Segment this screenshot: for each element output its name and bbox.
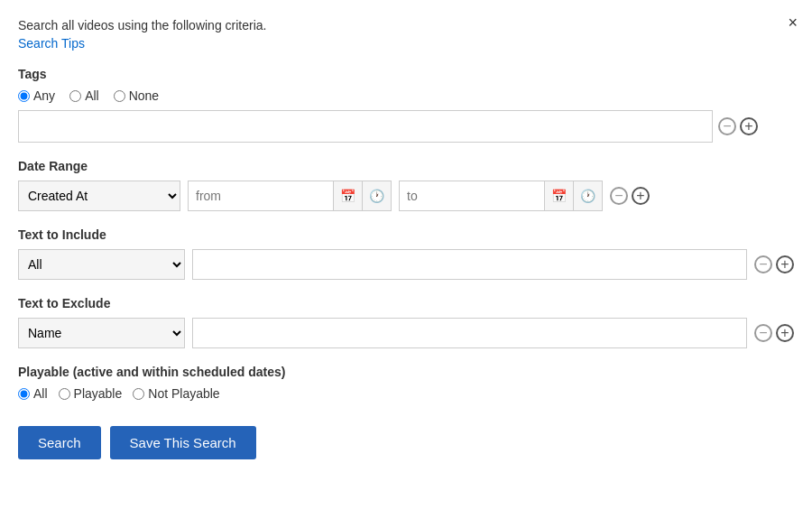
date-from-group: 📅 🕐	[188, 181, 392, 211]
text-exclude-select[interactable]: Name All Description Tags	[18, 318, 185, 348]
text-include-label: Text to Include	[18, 227, 794, 242]
playable-label: Playable (active and within scheduled da…	[18, 365, 794, 379]
text-include-section: Text to Include All Name Description Tag…	[18, 227, 794, 280]
text-exclude-remove-button[interactable]: −	[754, 324, 772, 342]
playable-radio-playable[interactable]: Playable	[59, 386, 123, 401]
tags-radio-all[interactable]: All	[69, 88, 99, 103]
intro-text: Search all videos using the following cr…	[18, 18, 794, 32]
text-include-input[interactable]	[192, 249, 747, 280]
date-to-input[interactable]	[400, 181, 544, 210]
playable-radio-not-playable[interactable]: Not Playable	[133, 386, 219, 401]
tags-radio-group: Any All None	[18, 88, 794, 103]
bottom-bar: Search Save This Search	[18, 426, 794, 459]
playable-section: Playable (active and within scheduled da…	[18, 365, 794, 401]
tags-input-row: − +	[18, 110, 794, 143]
tags-label: Tags	[18, 67, 794, 81]
text-include-btn-group: − +	[754, 255, 794, 273]
date-from-calendar-icon[interactable]: 📅	[333, 181, 362, 210]
playable-radio-group: All Playable Not Playable	[18, 386, 794, 401]
date-range-label: Date Range	[18, 159, 794, 173]
text-exclude-btn-group: − +	[754, 324, 794, 342]
date-range-row: Created At Updated At Published At 📅 🕐 📅…	[18, 181, 794, 211]
close-button[interactable]: ×	[788, 14, 798, 31]
text-include-remove-button[interactable]: −	[754, 255, 772, 273]
text-include-row: All Name Description Tags − +	[18, 249, 794, 280]
date-range-select[interactable]: Created At Updated At Published At	[18, 181, 180, 211]
search-button[interactable]: Search	[18, 426, 101, 459]
tags-input[interactable]	[18, 110, 713, 143]
date-btn-group: − +	[610, 187, 650, 205]
date-to-calendar-icon[interactable]: 📅	[544, 181, 573, 210]
tags-radio-none[interactable]: None	[114, 88, 159, 103]
tags-btn-group: − +	[718, 117, 758, 135]
tags-remove-button[interactable]: −	[718, 117, 736, 135]
date-range-section: Date Range Created At Updated At Publish…	[18, 159, 794, 211]
save-search-button[interactable]: Save This Search	[110, 426, 256, 459]
main-container: × Search all videos using the following …	[0, 0, 812, 477]
tags-radio-any[interactable]: Any	[18, 88, 55, 103]
text-include-add-button[interactable]: +	[776, 255, 794, 273]
tags-section: Tags Any All None − +	[18, 67, 794, 143]
text-exclude-add-button[interactable]: +	[776, 324, 794, 342]
date-from-time-icon[interactable]: 🕐	[362, 181, 391, 210]
date-remove-button[interactable]: −	[610, 187, 628, 205]
search-tips-link[interactable]: Search Tips	[18, 36, 85, 51]
date-from-input[interactable]	[189, 181, 333, 210]
tags-add-button[interactable]: +	[740, 117, 758, 135]
text-exclude-label: Text to Exclude	[18, 296, 794, 310]
playable-radio-all[interactable]: All	[18, 386, 48, 401]
text-exclude-section: Text to Exclude Name All Description Tag…	[18, 296, 794, 348]
text-exclude-row: Name All Description Tags − +	[18, 318, 794, 348]
date-add-button[interactable]: +	[632, 187, 650, 205]
text-exclude-input[interactable]	[192, 318, 747, 348]
date-to-group: 📅 🕐	[399, 181, 603, 211]
text-include-select[interactable]: All Name Description Tags	[18, 249, 185, 280]
date-to-time-icon[interactable]: 🕐	[573, 181, 602, 210]
